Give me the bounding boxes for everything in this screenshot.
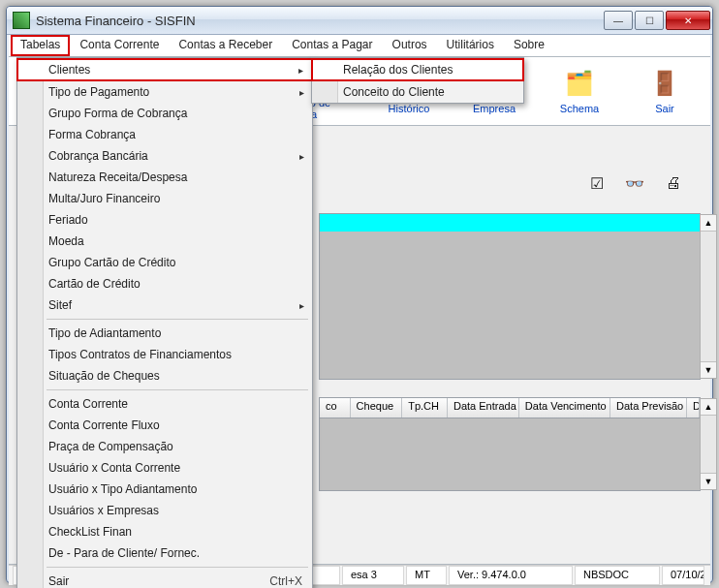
- maximize-button[interactable]: ☐: [635, 11, 664, 30]
- menu-separator: [47, 319, 308, 320]
- menu-item[interactable]: Sitef: [17, 294, 312, 316]
- menu-item-label: Tipos Contratos de Financiamentos: [48, 348, 232, 361]
- menu-item[interactable]: Conta Corrente Fluxo: [17, 415, 312, 436]
- menu-item[interactable]: Usuários x Empresas: [17, 500, 312, 521]
- submenu-item-label: Conceito do Cliente: [343, 85, 445, 99]
- menu-item-label: Cobrança Bancária: [48, 149, 148, 163]
- scrollbar-vertical[interactable]: ▲ ▼: [700, 214, 717, 379]
- grid-panel: ▲ ▼: [319, 213, 701, 380]
- menu-item[interactable]: Cartão de Crédito: [17, 273, 312, 294]
- menu-item-label: Natureza Receita/Despesa: [48, 170, 187, 184]
- menu-item[interactable]: Grupo Forma de Cobrança: [17, 103, 312, 124]
- menu-item[interactable]: Situação de Cheques: [17, 365, 312, 387]
- menu-item[interactable]: SairCtrl+X: [17, 571, 312, 588]
- menu-item-label: CheckList Finan: [48, 525, 132, 539]
- menu-item[interactable]: Usuário x Tipo Adiantamento: [17, 479, 312, 500]
- printer-icon[interactable]: 🖨: [666, 174, 681, 193]
- menu-item[interactable]: Clientes: [16, 58, 313, 81]
- column-header[interactable]: Tp.CH: [402, 398, 448, 418]
- dropdown-tabelas: ClientesTipo de PagamentoGrupo Forma de …: [16, 57, 313, 588]
- tool-schema[interactable]: 🗂️ Schema: [546, 68, 613, 114]
- menu-contas-a-receber[interactable]: Contas a Receber: [169, 35, 282, 56]
- menu-item[interactable]: Tipo de Adiantamento: [17, 323, 312, 344]
- menu-item[interactable]: Tipo de Pagamento: [17, 81, 312, 103]
- scroll-down-icon[interactable]: ▼: [701, 361, 716, 378]
- tool-label: Sair: [655, 103, 674, 114]
- menu-item-label: Conta Corrente: [48, 397, 128, 411]
- menu-tabelas[interactable]: Tabelas: [11, 35, 70, 56]
- menu-item-label: Forma Cobrança: [48, 128, 136, 141]
- menu-item[interactable]: Grupo Cartão de Crédito: [17, 252, 312, 273]
- exit-icon: 🚪: [649, 68, 680, 99]
- menu-item-label: Conta Corrente Fluxo: [48, 418, 160, 432]
- menu-item-label: Grupo Cartão de Crédito: [48, 256, 175, 269]
- submenu-item[interactable]: Conceito do Cliente: [312, 81, 523, 103]
- menu-item-label: De - Para de Cliente/ Fornec.: [48, 546, 200, 560]
- menu-separator: [47, 567, 308, 568]
- window-title: Sistema Financeiro - SISFIN: [36, 14, 604, 28]
- scrollbar-vertical[interactable]: ▲ ▼: [700, 398, 717, 490]
- menu-item[interactable]: Feriado: [17, 209, 312, 231]
- menu-outros[interactable]: Outros: [383, 35, 437, 56]
- menu-item-label: Usuários x Empresas: [48, 504, 159, 517]
- menu-separator: [47, 389, 308, 390]
- menu-item-label: Sair: [48, 574, 69, 588]
- titlebar: Sistema Financeiro - SISFIN — ☐ ✕: [7, 7, 712, 35]
- menu-item-label: Sitef: [48, 298, 72, 312]
- menu-item[interactable]: Conta Corrente: [17, 393, 312, 415]
- menu-item[interactable]: De - Para de Cliente/ Fornec.: [17, 542, 312, 564]
- menu-item-label: Cartão de Crédito: [48, 277, 141, 291]
- app-icon: [13, 12, 30, 29]
- column-header[interactable]: Data Vencimento: [519, 398, 610, 418]
- menu-contas-a-pagar[interactable]: Contas a Pagar: [282, 35, 382, 56]
- menu-item-label: Praça de Compensação: [48, 440, 173, 453]
- menu-item-label: Usuário x Conta Corrente: [48, 461, 180, 475]
- column-header[interactable]: co: [320, 398, 351, 418]
- glasses-icon[interactable]: 👓: [625, 174, 644, 193]
- schema-icon: 🗂️: [564, 68, 595, 99]
- menu-item[interactable]: Praça de Compensação: [17, 436, 312, 457]
- scroll-down-icon[interactable]: ▼: [701, 473, 716, 489]
- menu-item-label: Usuário x Tipo Adiantamento: [48, 482, 197, 496]
- menu-item[interactable]: Multa/Juro Financeiro: [17, 188, 312, 209]
- menu-item-label: Multa/Juro Financeiro: [48, 192, 160, 205]
- column-header[interactable]: Data Entrada: [448, 398, 519, 418]
- menu-item-accelerator: Ctrl+X: [269, 574, 302, 588]
- menu-item[interactable]: Tipos Contratos de Financiamentos: [17, 344, 312, 365]
- menu-item[interactable]: Forma Cobrança: [17, 124, 312, 145]
- column-header[interactable]: Data Previsão: [610, 398, 687, 418]
- minimize-button[interactable]: —: [604, 11, 633, 30]
- menu-item[interactable]: Natureza Receita/Despesa: [17, 167, 312, 188]
- tool-label: Histórico: [389, 103, 430, 114]
- status-version: Ver.: 9.474.0.0: [449, 566, 573, 585]
- menu-utilitarios[interactable]: Utilitários: [437, 35, 504, 56]
- tool-label: Schema: [560, 103, 599, 114]
- menu-sobre[interactable]: Sobre: [504, 35, 554, 56]
- tool-sair[interactable]: 🚪 Sair: [631, 68, 699, 114]
- scroll-up-icon[interactable]: ▲: [701, 399, 716, 416]
- submenu-clientes: Relação dos ClientesConceito do Cliente: [311, 57, 524, 104]
- menu-item-label: Tipo de Pagamento: [48, 85, 149, 99]
- status-db: NBSDOC: [575, 566, 660, 585]
- scroll-up-icon[interactable]: ▲: [701, 215, 716, 232]
- app-window: Sistema Financeiro - SISFIN — ☐ ✕ Tabela…: [6, 6, 713, 583]
- menu-item-label: Situação de Cheques: [48, 369, 160, 383]
- menu-item[interactable]: Usuário x Conta Corrente: [17, 457, 312, 479]
- status-empresa: esa 3: [342, 566, 404, 585]
- menu-item-label: Tipo de Adiantamento: [48, 326, 161, 340]
- menu-item[interactable]: Moeda: [17, 231, 312, 252]
- submenu-item[interactable]: Relação dos Clientes: [311, 58, 524, 81]
- column-header[interactable]: Cheque: [351, 398, 403, 418]
- menu-item-label: Clientes: [48, 63, 90, 77]
- status-uf: MT: [406, 566, 447, 585]
- check-icon[interactable]: ☑: [590, 174, 604, 193]
- menu-item-label: Grupo Forma de Cobrança: [48, 107, 187, 120]
- menu-conta-corrente[interactable]: Conta Corrente: [70, 35, 169, 56]
- column-header[interactable]: Data Ocorrê: [687, 398, 700, 418]
- close-button[interactable]: ✕: [666, 11, 710, 30]
- submenu-item-label: Relação dos Clientes: [343, 63, 453, 77]
- menu-item-label: Feriado: [48, 213, 88, 227]
- menu-item[interactable]: Cobrança Bancária: [17, 145, 312, 167]
- menu-item[interactable]: CheckList Finan: [17, 521, 312, 542]
- grid-header-bar: [320, 214, 700, 232]
